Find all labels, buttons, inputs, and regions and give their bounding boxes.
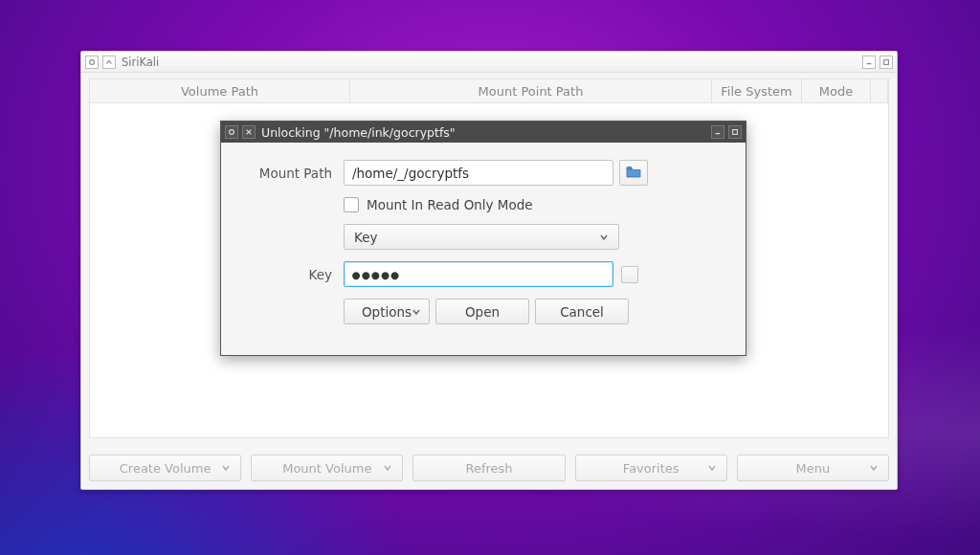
- key-label: Key: [242, 267, 344, 282]
- open-button[interactable]: Open: [435, 299, 529, 324]
- browse-folder-button[interactable]: [619, 160, 648, 186]
- svg-rect-5: [733, 130, 738, 135]
- main-window: SiriKali Volume Path Mount Point Path Fi…: [80, 51, 898, 490]
- dialog-title: Unlocking "/home/ink/gocryptfs": [261, 125, 456, 140]
- bottom-toolbar: Create Volume Mount Volume Refresh Favor…: [89, 455, 889, 481]
- key-input[interactable]: [344, 261, 613, 287]
- dialog-close-icon[interactable]: [242, 125, 256, 139]
- chevron-down-icon: [383, 461, 392, 476]
- dialog-pin-icon[interactable]: [225, 125, 238, 139]
- show-password-toggle[interactable]: [621, 266, 638, 283]
- dialog-body: Mount Path Mount In Read Only Mode: [221, 143, 746, 342]
- svg-point-0: [90, 59, 95, 64]
- mount-path-label: Mount Path: [242, 166, 344, 181]
- refresh-button[interactable]: Refresh: [412, 455, 565, 481]
- mount-volume-button[interactable]: Mount Volume: [251, 455, 403, 481]
- chevron-down-icon: [599, 230, 609, 245]
- create-volume-button[interactable]: Create Volume: [89, 455, 241, 481]
- minimize-icon[interactable]: [862, 56, 876, 69]
- favorites-label: Favorites: [623, 461, 679, 476]
- svg-rect-2: [884, 59, 889, 64]
- table-header: Volume Path Mount Point Path File System…: [89, 78, 889, 103]
- svg-point-3: [230, 130, 234, 135]
- chevron-down-icon: [412, 304, 421, 320]
- cancel-button[interactable]: Cancel: [535, 299, 629, 324]
- auth-method-value: Key: [354, 230, 377, 245]
- options-label: Options: [362, 304, 412, 320]
- desktop-background: SiriKali Volume Path Mount Point Path Fi…: [0, 0, 980, 555]
- options-button[interactable]: Options: [344, 299, 430, 324]
- create-volume-label: Create Volume: [120, 461, 212, 476]
- refresh-label: Refresh: [465, 461, 512, 476]
- dialog-maximize-icon[interactable]: [728, 125, 742, 139]
- dialog-titlebar: Unlocking "/home/ink/gocryptfs": [221, 122, 746, 143]
- chevron-down-icon: [869, 461, 879, 476]
- auth-method-select[interactable]: Key: [344, 224, 619, 250]
- menu-button[interactable]: Menu: [737, 455, 889, 481]
- menu-label: Menu: [796, 461, 831, 476]
- chevron-down-icon: [221, 461, 231, 476]
- svg-rect-6: [627, 166, 632, 168]
- dialog-minimize-icon[interactable]: [711, 125, 724, 139]
- col-padding: [871, 79, 888, 102]
- read-only-checkbox[interactable]: [344, 197, 359, 212]
- folder-icon: [626, 166, 641, 181]
- col-mode[interactable]: Mode: [802, 79, 871, 102]
- maximize-icon[interactable]: [880, 56, 893, 69]
- mount-path-input[interactable]: [344, 160, 613, 186]
- col-file-system[interactable]: File System: [712, 79, 802, 102]
- col-mount-point-path[interactable]: Mount Point Path: [350, 79, 712, 102]
- favorites-button[interactable]: Favorites: [575, 455, 727, 481]
- read-only-label: Mount In Read Only Mode: [367, 197, 533, 212]
- window-pin-icon[interactable]: [85, 56, 99, 69]
- window-title: SiriKali: [122, 56, 159, 69]
- cancel-label: Cancel: [560, 304, 604, 320]
- chevron-down-icon: [707, 461, 717, 476]
- col-volume-path[interactable]: Volume Path: [90, 79, 350, 102]
- window-roll-icon[interactable]: [102, 56, 116, 69]
- titlebar: SiriKali: [81, 52, 897, 73]
- mount-volume-label: Mount Volume: [282, 461, 371, 476]
- unlock-dialog: Unlocking "/home/ink/gocryptfs" Mount Pa…: [220, 121, 746, 356]
- open-label: Open: [465, 304, 500, 320]
